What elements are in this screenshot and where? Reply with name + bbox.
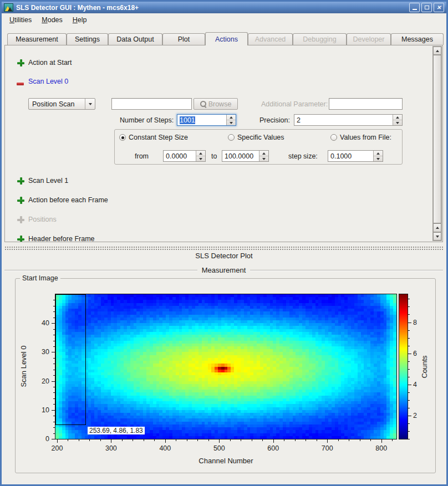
spin-down-button[interactable] [196,156,205,161]
spin-up-button[interactable] [259,151,268,156]
vertical-scrollbar[interactable] [432,46,442,241]
menubar: Utilities Modes Help [2,13,446,27]
x-major-tick [381,439,382,443]
colorbar-minor-tick [408,330,410,331]
x-major-tick [273,439,274,443]
y-tick-label: 0 [30,435,49,443]
plot-canvas[interactable]: 253.69, 4.86, 1.83 [55,294,397,439]
tracker-readout: 253.69, 4.86, 1.83 [88,427,145,434]
spin-up-button[interactable] [374,151,383,156]
menu-utilities[interactable]: Utilities [4,14,37,26]
constant-step-label[interactable]: Constant Step Size [129,134,188,141]
from-spinbox[interactable]: 0.0000 [163,150,206,162]
to-spinbox[interactable]: 100.0000 [222,150,269,162]
tab-settings[interactable]: Settings [67,33,108,45]
tab-plot[interactable]: Plot [162,33,205,45]
scroll-up-button-2[interactable] [433,223,441,232]
from-value: 0.0000 [166,152,187,160]
x-major-tick [57,439,58,443]
x-minor-tick [208,439,209,441]
steps-spinbox[interactable]: 1001 [177,114,236,126]
colorbar-minor-tick [408,361,410,362]
spin-down-button[interactable] [259,156,268,161]
values-from-file-label[interactable]: Values from File: [340,134,391,141]
scan-level-0-label[interactable]: Scan Level 0 [28,78,68,85]
splitter-handle[interactable] [4,246,443,250]
scan-script-input[interactable] [111,98,192,110]
divider [250,270,443,270]
scroll-down-button[interactable] [433,232,441,241]
step-size-spinbox[interactable]: 0.1000 [328,150,383,162]
scroll-up-button[interactable] [433,47,441,55]
colorbar-minor-tick [408,338,410,339]
positions-label: Positions [28,216,57,223]
scrollbar-thumb[interactable] [433,55,441,223]
titlebar[interactable]: SLS Detector GUI : Mythen - mcs6x18+ ✕ [2,2,446,13]
x-minor-tick [68,439,68,441]
action-before-frame-label[interactable]: Action before each Frame [28,196,108,204]
spin-up-button[interactable] [227,115,236,120]
expand-plus-icon[interactable] [17,59,24,66]
x-minor-tick [154,439,155,441]
close-icon: ✕ [436,5,441,11]
constant-step-radio[interactable] [119,134,126,141]
x-minor-tick [230,439,231,441]
expand-plus-icon[interactable] [17,236,24,242]
action-at-start-label[interactable]: Action at Start [28,59,72,66]
additional-parameter-input[interactable] [329,98,403,110]
tab-data-output[interactable]: Data Output [108,33,162,45]
to-label: to [211,152,217,160]
x-minor-tick [241,439,241,441]
arrow-down-icon [396,122,399,124]
specific-values-label[interactable]: Specific Values [237,134,284,141]
mountain-icon [8,7,12,11]
heatmap-canvas[interactable] [55,294,396,439]
spin-down-button[interactable] [393,120,402,125]
x-minor-tick [306,439,306,441]
combo-dropdown[interactable] [85,99,95,109]
colorbar-minor-tick [408,400,410,401]
x-tick-label: 600 [262,444,284,452]
arrow-down-icon [262,158,266,160]
spin-down-button[interactable] [374,156,383,161]
expand-plus-icon[interactable] [17,197,24,204]
tab-measurement[interactable]: Measurement [7,33,67,45]
expand-plus-icon[interactable] [17,177,24,185]
x-minor-tick [89,439,90,441]
start-image-title: Start Image [20,274,60,282]
spin-up-button[interactable] [393,115,402,120]
menu-modes[interactable]: Modes [37,14,68,26]
tab-actions[interactable]: Actions [205,32,248,45]
spin-up-button[interactable] [196,151,205,156]
x-minor-tick [187,439,187,441]
spin-down-button[interactable] [227,120,236,125]
colorbar-minor-tick [408,369,410,370]
collapse-minus-icon[interactable] [17,83,24,85]
number-of-steps-label: Number of Steps: [120,116,174,124]
maximize-button[interactable] [421,3,432,12]
precision-spinbox[interactable]: 2 [294,114,403,126]
scan-mode-combo[interactable]: Position Scan [28,98,95,110]
menu-help[interactable]: Help [68,14,92,26]
minimize-button[interactable] [409,3,420,12]
arrow-up-icon [262,152,266,155]
specific-values-radio[interactable] [228,134,235,141]
spin-buttons [259,151,268,161]
colorbar-minor-tick [408,408,410,408]
x-minor-tick [349,439,349,441]
header-before-frame-label[interactable]: Header before Frame [28,235,95,242]
x-minor-tick [262,439,263,441]
maximize-icon [425,6,429,9]
scan-level-1-label[interactable]: Scan Level 1 [28,177,68,185]
close-button[interactable]: ✕ [434,3,444,12]
x-tick-label: 700 [316,444,338,452]
browse-icon [200,101,206,107]
from-label: from [135,152,149,160]
x-minor-tick [370,439,371,441]
x-tick-label: 300 [100,444,122,452]
x-minor-tick [79,439,79,441]
colorbar-minor-tick [408,299,410,299]
step-size-value: 0.1000 [330,152,352,160]
values-from-file-radio[interactable] [330,134,337,141]
tab-messages[interactable]: Messages [391,33,444,45]
